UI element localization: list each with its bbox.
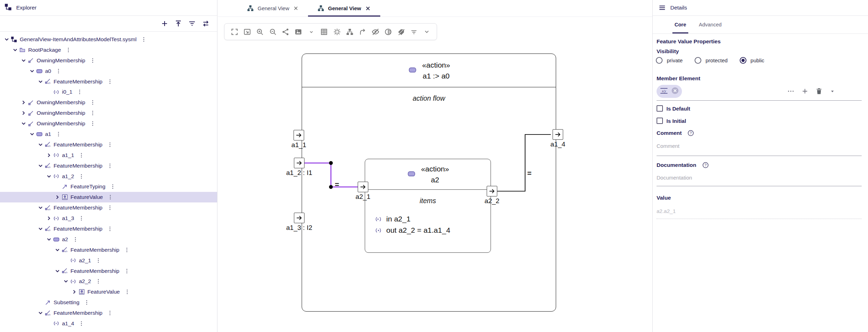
tree-item-a1_1[interactable]: a1_1 — [0, 150, 217, 161]
kebab-menu-icon[interactable] — [79, 215, 84, 221]
tree-item-rootpackage[interactable]: RootPackage — [0, 45, 217, 55]
kebab-menu-icon[interactable] — [66, 47, 70, 53]
port-a1_2[interactable] — [294, 158, 304, 168]
tree-item-featuremembership[interactable]: «F»FeatureMembership — [0, 224, 217, 234]
edge-bendpoint[interactable] — [329, 161, 333, 165]
kebab-menu-icon[interactable] — [108, 163, 112, 169]
chevron-down-icon[interactable] — [20, 120, 27, 127]
new-object-button[interactable] — [160, 19, 169, 28]
chevron-down-icon[interactable] — [37, 205, 44, 211]
tree-item-featurevalue[interactable]: FeatureValue — [0, 287, 217, 297]
kebab-menu-icon[interactable] — [96, 278, 100, 284]
kebab-menu-icon[interactable] — [108, 226, 112, 232]
kebab-menu-icon[interactable] — [78, 89, 82, 95]
chevron-down-icon[interactable] — [37, 226, 44, 232]
tree-item-owningmembership[interactable]: OwningMembership — [0, 108, 217, 118]
tree-item-featuremembership[interactable]: «F»FeatureMembership — [0, 76, 217, 87]
toggle-grid-button[interactable] — [320, 27, 328, 36]
kebab-menu-icon[interactable] — [142, 37, 146, 42]
close-tab-icon[interactable] — [365, 5, 371, 12]
add-reference-button[interactable] — [801, 87, 809, 95]
hide-labels-button[interactable] — [397, 27, 405, 36]
port-a1_4[interactable] — [553, 129, 563, 140]
close-tab-icon[interactable] — [293, 5, 299, 11]
edge-label-binding-a2_2-a1_4[interactable]: = — [527, 169, 531, 177]
tree-item-featuretyping[interactable]: FeatureTyping — [0, 181, 217, 192]
port-a1_3[interactable] — [294, 213, 304, 223]
tree-item-featurevalue[interactable]: FeatureValue — [0, 192, 217, 202]
kebab-menu-icon[interactable] — [111, 184, 115, 189]
help-icon[interactable]: ? — [687, 130, 694, 137]
tree-item-featuremembership[interactable]: «F»FeatureMembership — [0, 245, 217, 255]
kebab-menu-icon[interactable] — [91, 121, 95, 126]
export-image-menu-button[interactable] — [307, 27, 315, 36]
export-image-button[interactable] — [294, 27, 303, 36]
kebab-menu-icon[interactable] — [125, 268, 129, 274]
tab-general-view-1[interactable]: General View — [238, 0, 308, 17]
kebab-menu-icon[interactable] — [108, 142, 112, 148]
tree-item-owningmembership[interactable]: OwningMembership — [0, 55, 217, 66]
kebab-menu-icon[interactable] — [125, 289, 129, 295]
documentation-input[interactable] — [657, 175, 862, 181]
tree-item-a2[interactable]: a2 — [0, 234, 217, 245]
tree-item-a2_1[interactable]: a2_1 — [0, 255, 217, 266]
kebab-menu-icon[interactable] — [85, 300, 89, 305]
chevron-down-icon[interactable] — [37, 310, 44, 316]
tree-item-generalview-itemandattributesmodeltest.sysml[interactable]: GeneralView-ItemAndAttributesModelTest.s… — [0, 34, 217, 45]
chevron-right-icon[interactable] — [45, 215, 53, 221]
expand-reference-button[interactable] — [829, 88, 836, 94]
kebab-menu-icon[interactable] — [91, 110, 95, 116]
visibility-radio-public[interactable] — [740, 57, 746, 64]
chevron-down-icon[interactable] — [37, 142, 44, 148]
filter-tree-button[interactable] — [188, 19, 196, 28]
port-a1_1[interactable] — [294, 130, 304, 140]
port-a2_1[interactable] — [358, 182, 368, 192]
tree-item-i0_1[interactable]: i0_1 — [0, 87, 217, 97]
tree-item-a2_2[interactable]: a2_2 — [0, 276, 217, 287]
edge-label-binding-a1_2-a2_1[interactable]: = — [335, 180, 339, 189]
chevron-down-icon[interactable] — [28, 131, 36, 137]
details-tab-core[interactable]: Core — [673, 16, 688, 33]
edge-binding-a2_2-a1_4[interactable] — [497, 134, 551, 191]
kebab-menu-icon[interactable] — [73, 237, 78, 242]
fullscreen-button[interactable] — [230, 27, 239, 36]
chevron-down-icon[interactable] — [45, 236, 53, 243]
edge-binding-a1_2-a2_1[interactable] — [304, 163, 358, 187]
kebab-menu-icon[interactable] — [108, 194, 112, 200]
hamburger-menu-icon[interactable] — [658, 4, 666, 12]
kebab-menu-icon[interactable] — [96, 258, 100, 263]
zoom-out-button[interactable] — [269, 27, 277, 36]
member-element-chip[interactable]: x/y — [657, 85, 682, 98]
arrange-all-button[interactable] — [346, 27, 354, 36]
chevron-down-icon[interactable] — [45, 173, 53, 180]
tree-item-featuremembership[interactable]: «F»FeatureMembership — [0, 308, 217, 318]
kebab-menu-icon[interactable] — [125, 247, 129, 253]
chevron-right-icon[interactable] — [20, 99, 27, 106]
fit-to-screen-button[interactable] — [243, 27, 251, 36]
help-icon[interactable]: ? — [702, 162, 709, 169]
comment-input[interactable] — [657, 143, 862, 149]
tree-item-subsetting[interactable]: Subsetting — [0, 297, 217, 308]
more-options-button[interactable] — [787, 87, 795, 95]
tree-item-owningmembership[interactable]: OwningMembership — [0, 97, 217, 108]
chevron-right-icon[interactable] — [20, 110, 27, 116]
tree-item-owningmembership[interactable]: OwningMembership — [0, 118, 217, 129]
visibility-radio-protected[interactable] — [695, 57, 701, 64]
kebab-menu-icon[interactable] — [108, 310, 112, 316]
hide-elements-button[interactable] — [371, 27, 380, 36]
clear-reference-button[interactable] — [815, 87, 823, 95]
tree-item-featuremembership[interactable]: «F»FeatureMembership — [0, 266, 217, 276]
details-tab-advanced[interactable]: Advanced — [697, 16, 723, 33]
kebab-menu-icon[interactable] — [91, 100, 95, 105]
snap-to-grid-button[interactable] — [333, 27, 341, 36]
is-initial-checkbox[interactable] — [657, 118, 663, 124]
filter-elements-button[interactable] — [410, 27, 418, 36]
port-a2_2[interactable] — [487, 186, 497, 196]
chevron-down-icon[interactable] — [20, 57, 27, 64]
chevron-right-icon[interactable] — [54, 194, 61, 200]
kebab-menu-icon[interactable] — [79, 174, 84, 179]
share-diagram-button[interactable] — [282, 27, 290, 36]
kebab-menu-icon[interactable] — [79, 152, 84, 158]
chevron-right-icon[interactable] — [45, 152, 53, 158]
tree-item-featuremembership[interactable]: «F»FeatureMembership — [0, 161, 217, 171]
